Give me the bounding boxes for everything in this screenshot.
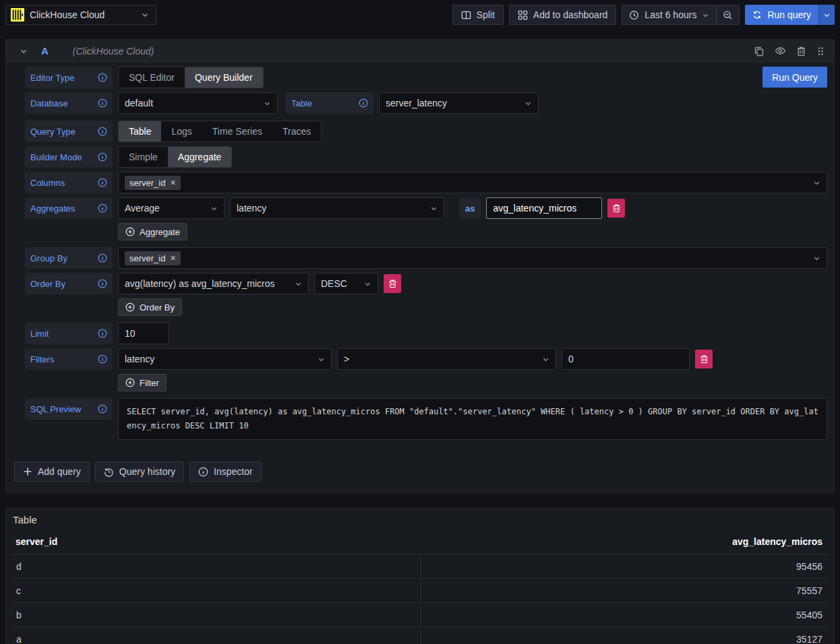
split-label: Split — [477, 9, 495, 20]
add-filter-button[interactable]: Filter — [118, 374, 167, 391]
cell-server-id: d — [10, 554, 420, 578]
builder-mode-toggle: Simple Aggregate — [118, 146, 232, 168]
run-query-button[interactable]: Run query — [745, 5, 818, 25]
collapse-caret-icon[interactable] — [20, 47, 28, 55]
panel-run-query-button[interactable]: Run Query — [762, 67, 827, 88]
add-query-button[interactable]: Add query — [14, 461, 90, 482]
table-row: b 55405 — [10, 602, 830, 626]
info-icon — [359, 98, 368, 108]
order-by-field-select[interactable]: avg(latency) as avg_latency_micros — [118, 273, 309, 294]
time-range-button[interactable]: Last 6 hours — [622, 5, 716, 24]
column-header-server-id[interactable]: server_id — [6, 536, 420, 547]
editor-type-label: Editor Type — [25, 67, 113, 88]
add-aggregate-button[interactable]: Aggregate — [118, 223, 187, 240]
aggregate-function-select[interactable]: Average — [118, 197, 224, 219]
filter-column-select[interactable]: latency — [118, 348, 332, 370]
zoom-out-icon — [723, 10, 733, 20]
columns-tag-server-id: server_id × — [125, 176, 181, 190]
inspector-button[interactable]: Inspector — [189, 461, 262, 482]
chevron-down-icon — [524, 100, 532, 107]
run-query-split-button: Run query — [745, 5, 835, 25]
remove-order-by-button[interactable] — [384, 274, 401, 293]
add-order-by-button[interactable]: Order By — [118, 298, 182, 316]
split-button[interactable]: Split — [452, 5, 504, 25]
cell-server-id: b — [10, 603, 420, 626]
query-ref-id: A — [41, 45, 49, 57]
circle-plus-icon — [125, 378, 135, 387]
query-type-table[interactable]: Table — [119, 121, 161, 141]
columns-multiselect[interactable]: server_id × — [118, 172, 827, 193]
table-panel: Table server_id avg_latency_micros d 954… — [5, 508, 835, 644]
editor-type-query-builder[interactable]: Query Builder — [185, 67, 263, 88]
run-query-dropdown[interactable] — [818, 5, 835, 25]
remove-aggregate-button[interactable] — [607, 199, 625, 218]
row-sql-preview: SQL Preview SELECT server_id, avg(latenc… — [25, 398, 827, 440]
dashboard-grid-icon — [518, 10, 528, 20]
sql-preview-label: SQL Preview — [25, 398, 113, 420]
order-by-direction-select[interactable]: DESC — [314, 273, 378, 294]
row-query-type: Query Type Table Logs Time Series Traces — [25, 121, 827, 142]
info-icon — [98, 152, 107, 162]
builder-mode-aggregate[interactable]: Aggregate — [168, 147, 232, 167]
database-select[interactable]: default — [118, 92, 278, 114]
hide-response-eye-icon[interactable] — [775, 45, 786, 57]
query-type-time-series[interactable]: Time Series — [202, 121, 272, 141]
trash-icon — [388, 279, 397, 288]
remove-tag-icon[interactable]: × — [170, 253, 175, 263]
group-by-multiselect[interactable]: server_id × — [118, 247, 827, 269]
row-limit: Limit — [25, 323, 827, 344]
cell-server-id: a — [10, 627, 420, 644]
chevron-down-icon — [702, 11, 709, 19]
datasource-picker[interactable]: ClickHouse Cloud — [5, 5, 156, 25]
group-by-label: Group By — [25, 247, 113, 269]
remove-query-trash-icon[interactable] — [796, 46, 806, 57]
query-builder-form: Editor Type SQL Editor Query Builder Run… — [6, 63, 834, 492]
trash-icon — [612, 203, 621, 213]
table-header-row: server_id avg_latency_micros — [6, 534, 834, 554]
row-group-by: Group By server_id × — [25, 247, 827, 269]
chevron-down-icon — [141, 11, 149, 19]
limit-input[interactable] — [118, 323, 169, 344]
column-header-avg-latency-micros[interactable]: avg_latency_micros — [420, 536, 834, 547]
info-icon — [98, 354, 107, 364]
info-circle-icon — [198, 467, 208, 477]
explore-secondary-actions: Add query Query history Inspector — [10, 444, 827, 487]
explore-toolbar: ClickHouse Cloud Split Add to dashboard … — [0, 0, 840, 30]
history-icon — [104, 467, 114, 477]
chevron-down-icon — [264, 100, 271, 107]
info-icon — [98, 203, 107, 213]
plus-icon — [23, 467, 32, 476]
editor-type-sql-editor[interactable]: SQL Editor — [119, 67, 185, 88]
remove-tag-icon[interactable]: × — [170, 178, 175, 187]
row-columns: Columns server_id × — [25, 172, 827, 193]
time-picker-group: Last 6 hours — [622, 5, 740, 25]
zoom-out-button[interactable] — [716, 5, 739, 24]
info-icon — [98, 329, 107, 338]
row-database-table: Database default Table server_latency — [25, 92, 827, 114]
query-history-button[interactable]: Query history — [95, 461, 184, 482]
cell-avg-latency: 55405 — [420, 603, 830, 626]
cell-avg-latency: 35127 — [420, 627, 830, 644]
filter-operator-select[interactable]: > — [337, 348, 556, 370]
filter-value-input[interactable] — [562, 348, 690, 370]
chevron-down-icon — [318, 356, 325, 363]
query-type-logs[interactable]: Logs — [161, 121, 202, 141]
info-icon — [98, 279, 107, 288]
query-type-traces[interactable]: Traces — [272, 121, 321, 141]
duplicate-query-icon[interactable] — [754, 46, 764, 57]
row-builder-mode: Builder Mode Simple Aggregate — [25, 146, 827, 168]
cell-server-id: c — [10, 579, 420, 602]
builder-mode-simple[interactable]: Simple — [119, 147, 168, 167]
table-select[interactable]: server_latency — [379, 92, 539, 114]
database-label: Database — [25, 92, 113, 114]
aggregate-alias-input[interactable] — [486, 197, 602, 219]
row-order-by: Order By avg(latency) as avg_latency_mic… — [25, 273, 827, 294]
chevron-down-icon — [823, 11, 831, 19]
drag-handle-icon[interactable] — [816, 46, 824, 57]
info-icon — [98, 98, 107, 108]
chevron-down-icon — [813, 255, 820, 262]
chevron-down-icon — [430, 205, 438, 212]
aggregate-column-select[interactable]: latency — [230, 197, 444, 219]
add-to-dashboard-button[interactable]: Add to dashboard — [509, 5, 617, 25]
remove-filter-button[interactable] — [695, 350, 713, 368]
